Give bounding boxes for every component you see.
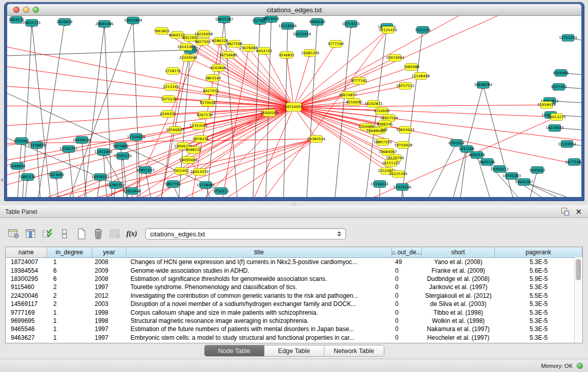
graph-node[interactable]: 9245022 <box>529 166 545 173</box>
graph-node[interactable]: 19218596 <box>278 23 297 30</box>
graph-node[interactable]: 17334266 <box>393 184 411 191</box>
column-header-pagerank[interactable]: pagerank <box>495 247 582 257</box>
graph-node[interactable]: 20691406 <box>95 20 114 28</box>
rows-button[interactable] <box>57 227 72 240</box>
column-header-short[interactable]: short <box>422 247 495 257</box>
graph-node[interactable]: 7663822 <box>154 27 169 34</box>
graph-node[interactable]: 15751074 <box>559 34 577 41</box>
graph-node[interactable]: 8216096 <box>346 98 362 105</box>
column-header-name[interactable]: name <box>6 247 47 257</box>
delete-trash-button[interactable] <box>91 227 106 240</box>
table-row[interactable]: 969969511998Structural magnetic resonanc… <box>6 317 582 325</box>
graph-node[interactable]: 16210643 <box>546 124 564 132</box>
graph-node[interactable]: 10655287 <box>215 16 233 23</box>
graph-node[interactable]: 9146821 <box>278 51 294 58</box>
new-document-button[interactable] <box>74 227 89 240</box>
graph-node[interactable]: 11156839 <box>28 141 46 148</box>
table-row[interactable]: 1456911722003Disruption of a novel membe… <box>6 300 582 308</box>
graph-node[interactable]: 5905135 <box>19 173 35 181</box>
graph-node[interactable]: 5913605 <box>48 171 64 179</box>
graph-node[interactable]: 2213343 <box>163 83 179 91</box>
table-row[interactable]: 1830029562008Estimation of significance … <box>6 275 582 283</box>
graph-node[interactable]: 10674877 <box>339 92 357 99</box>
graph-node[interactable]: 2646843 <box>9 163 25 170</box>
graph-node[interactable]: 11548498 <box>411 73 430 80</box>
column-header-year[interactable]: year <box>92 247 126 257</box>
graph-node[interactable]: 16648784 <box>474 81 492 89</box>
graph-node[interactable]: 9227343 <box>551 83 567 91</box>
graph-node[interactable]: 10325419 <box>293 30 311 37</box>
graph-node[interactable]: 9827503 <box>194 38 210 46</box>
graph-node[interactable]: 22420046 <box>179 54 198 61</box>
table-column-button[interactable] <box>23 227 38 240</box>
graph-node[interactable]: 2620659 <box>56 18 72 26</box>
graph-node[interactable]: 16756685 <box>219 51 237 58</box>
graph-node[interactable]: 16771087 <box>565 159 581 166</box>
graph-node[interactable]: 16782759 <box>106 182 125 189</box>
network-canvas[interactable]: 1903135240557212620659206914061603380910… <box>7 16 581 197</box>
graph-node[interactable]: 12103054 <box>558 140 576 147</box>
column-header-out_de[interactable]: △out_de... <box>392 247 422 257</box>
graph-node[interactable]: 15685209 <box>301 50 319 57</box>
function-builder-button[interactable]: f(x) <box>126 230 137 238</box>
graph-node[interactable]: 2718176 <box>165 68 181 75</box>
graph-node[interactable]: 15136141 <box>371 181 389 188</box>
graph-node[interactable]: 9750113 <box>213 187 229 194</box>
table-settings-button[interactable] <box>6 227 21 240</box>
graph-node[interactable]: 9154692 <box>374 107 389 115</box>
tab-node-table[interactable]: Node Table <box>205 345 265 356</box>
table-row[interactable]: 1872400712008Changes of HCN gene express… <box>6 258 582 266</box>
table-row[interactable]: 1938455462009Genome-wide association stu… <box>6 266 582 274</box>
graph-node[interactable]: 7425402 <box>173 167 189 174</box>
table-row[interactable]: 977716911998Corpus callosum shape and si… <box>6 308 582 316</box>
zoom-window-button[interactable] <box>33 7 39 13</box>
scrollbar-thumb[interactable] <box>576 259 581 280</box>
graph-node[interactable]: 8777161 <box>351 77 367 84</box>
graph-node[interactable]: 1075531 <box>161 95 177 102</box>
hub-node[interactable]: 18724007 <box>285 103 303 112</box>
table-source-combobox[interactable]: citations_edges.txt <box>145 228 346 239</box>
graph-node[interactable]: 9242844 <box>210 64 226 72</box>
column-header-title[interactable]: title <box>126 247 392 257</box>
tab-edge-table[interactable]: Edge Table <box>265 345 324 356</box>
graph-node[interactable]: 8267130 <box>197 112 212 119</box>
graph-node[interactable]: 7515526 <box>415 27 430 34</box>
graph-node[interactable]: 16914479 <box>190 168 209 176</box>
graph-node[interactable]: 19756928 <box>394 141 412 148</box>
graph-node[interactable]: 5878334 <box>192 136 208 143</box>
graph-node[interactable]: 9645146 <box>479 159 495 166</box>
graph-node[interactable]: 7485088 <box>403 63 419 71</box>
graph-node[interactable]: 24055721 <box>23 19 41 27</box>
graph-node[interactable]: 8427552 <box>203 87 219 95</box>
graph-node[interactable]: 12353594 <box>189 122 208 129</box>
close-panel-icon[interactable]: ✕ <box>575 208 582 215</box>
graph-node[interactable]: 18757515 <box>396 82 415 90</box>
graph-node[interactable]: 2803144 <box>205 74 221 81</box>
graph-node[interactable]: 8186328 <box>212 37 228 45</box>
tab-network-table[interactable]: Network Table <box>324 345 384 356</box>
import-checks-button[interactable] <box>40 227 55 240</box>
table-row[interactable]: 2242004622012Investigating the contribut… <box>6 292 582 300</box>
minimize-window-button[interactable] <box>23 7 29 13</box>
table-row[interactable]: 911546021997Tourette syndrome. Phenomeno… <box>6 283 582 291</box>
graph-node[interactable]: 10745203 <box>503 172 521 180</box>
graph-node[interactable]: 9329966 <box>553 70 569 77</box>
graph-node[interactable]: 2535061 <box>13 138 29 145</box>
graph-node[interactable]: 8454743 <box>256 48 272 55</box>
graph-node[interactable]: 15718485 <box>197 182 215 189</box>
graph-node[interactable]: 9777169 <box>328 40 343 48</box>
panel-collapse-arrow[interactable] <box>1 178 3 182</box>
float-panel-icon[interactable] <box>561 208 569 215</box>
graph-node[interactable]: 9498222 <box>185 146 201 154</box>
network-window-titlebar[interactable]: citations_edges.txt <box>7 4 581 16</box>
graph-node[interactable]: 6549355 <box>160 111 176 118</box>
close-window-button[interactable] <box>13 7 19 13</box>
table-row[interactable]: 946362711997Embryonic stem cells: a mode… <box>6 334 582 342</box>
graph-node[interactable]: 1903135 <box>8 16 24 24</box>
table-row[interactable]: 946554611997Estimation of the future num… <box>6 325 582 333</box>
graph-node[interactable]: 17359928 <box>127 134 145 141</box>
column-header-in_degree[interactable]: in_degree <box>47 247 92 257</box>
graph-node[interactable]: 19654923 <box>396 126 415 134</box>
graph-node[interactable]: 8170041 <box>200 99 215 106</box>
graph-node[interactable]: 8010149 <box>469 151 485 159</box>
